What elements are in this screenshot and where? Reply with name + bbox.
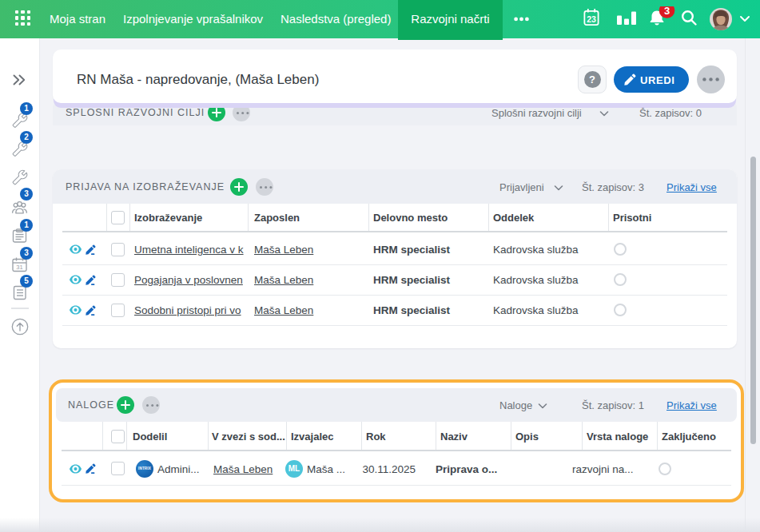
svg-text:31: 31 [16, 264, 22, 271]
svg-text:23: 23 [587, 14, 596, 24]
svg-text:3: 3 [664, 6, 670, 17]
